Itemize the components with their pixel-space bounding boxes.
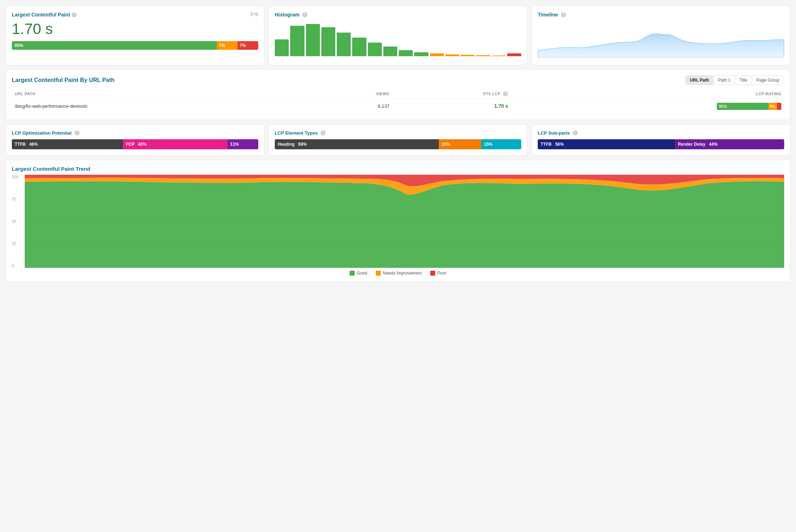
legend-label-poor: Poor: [437, 271, 446, 276]
subparts-title: LCP Sub-parts: [538, 130, 570, 136]
hist-bar-6: [368, 43, 382, 56]
hist-bar-4: [337, 33, 351, 56]
middle-row: LCP Optimization Potential ? TTFB 46% FC…: [6, 124, 790, 155]
table-row: /blog/fix-web-performance-devtools 6,137…: [12, 99, 784, 113]
elements-help-icon[interactable]: ?: [321, 130, 326, 135]
rating-mini-bar: 91% 6%: [717, 103, 781, 110]
lcp-elements-card: LCP Element Types ? Heading 69% 16% 15%: [269, 124, 527, 155]
timeline-card: Timeline ?: [532, 6, 790, 65]
lcp-value-cell: 1.70 s: [392, 99, 511, 113]
url-section-title: Largest Contentful Paint By URL Path: [12, 77, 115, 83]
tab-title[interactable]: Title: [735, 76, 752, 84]
lcp-help-icon[interactable]: ?: [72, 12, 77, 17]
histogram-bars: [275, 22, 521, 58]
histogram-title: Histogram: [275, 12, 299, 18]
opt-seg-ttfb: TTFB 46%: [12, 139, 123, 149]
hist-bar-2: [306, 24, 320, 56]
url-section-header: Largest Contentful Paint By URL Path URL…: [12, 76, 784, 85]
dashboard: Largest Contentful Paint ? P75 1.70 s 85…: [6, 6, 790, 282]
legend-label-needs: Needs Improvement: [383, 271, 422, 276]
histogram-help-icon[interactable]: ?: [302, 12, 307, 17]
opt-bar: TTFB 46% FCP 43% 11%: [12, 139, 258, 149]
hist-bar-3: [321, 27, 335, 56]
bar-good: 85%: [12, 41, 217, 50]
lcp-green-value: 1.70 s: [494, 103, 508, 109]
lcp-rating-bar: 85% 7% 7%: [12, 41, 258, 50]
elements-bar: Heading 69% 16% 15%: [275, 139, 521, 149]
subparts-bar: TTFB 56% Render Delay 44%: [538, 139, 784, 149]
top-row: Largest Contentful Paint ? P75 1.70 s 85…: [6, 6, 790, 65]
tab-page-group[interactable]: Page Group: [752, 76, 784, 84]
y-100: 100: [12, 175, 23, 179]
opt-title: LCP Optimization Potential: [12, 130, 72, 136]
lcp-subparts-card: LCP Sub-parts ? TTFB 56% Render Delay 44…: [532, 124, 790, 155]
tab-path1[interactable]: Path 1: [714, 76, 735, 84]
timeline-title: Timeline: [538, 12, 558, 18]
y-25: 25: [12, 241, 23, 246]
lcp-optimization-card: LCP Optimization Potential ? TTFB 46% FC…: [6, 124, 264, 155]
y-0: 0: [12, 263, 23, 268]
tab-group: URL Path Path 1 Title Page Group: [685, 76, 784, 85]
hist-bar-12: [461, 55, 475, 56]
hist-bar-14: [492, 55, 506, 56]
hist-bar-1: [290, 26, 304, 56]
hist-bar-10: [430, 53, 444, 56]
opt-seg-other: 11%: [227, 139, 258, 149]
opt-help-icon[interactable]: ?: [75, 130, 80, 135]
histogram-card: Histogram ?: [269, 6, 527, 65]
trend-legend: Good Needs Improvement Poor: [12, 271, 784, 276]
elem-seg-heading: Heading 69%: [275, 139, 439, 149]
url-path-cell: /blog/fix-web-performance-devtools: [12, 99, 317, 113]
p75-lcp-help-icon[interactable]: ?: [503, 91, 508, 96]
trend-svg: 18 Aug 21 Aug 24 Aug 27 Aug 30 Aug 2 Sep…: [25, 175, 784, 268]
subparts-help-icon[interactable]: ?: [573, 130, 578, 135]
timeline-svg: [538, 22, 784, 58]
url-table-body: /blog/fix-web-performance-devtools 6,137…: [12, 99, 784, 113]
lcp-p75-badge: P75: [251, 12, 258, 17]
lcp-title: Largest Contentful Paint: [12, 12, 70, 18]
legend-dot-good: [350, 271, 355, 276]
y-50: 50: [12, 219, 23, 223]
url-table-header-row: URL PATH VIEWS P75 LCP ? LCP RATING: [12, 89, 784, 99]
lcp-card-header: Largest Contentful Paint ? P75: [12, 12, 258, 18]
opt-seg-fcp: FCP 43%: [123, 139, 227, 149]
url-table: URL PATH VIEWS P75 LCP ? LCP RATING /blo…: [12, 89, 784, 114]
col-url-path: URL PATH: [12, 89, 317, 99]
legend-good: Good: [350, 271, 367, 276]
hist-bar-5: [352, 38, 366, 56]
rm-good: 91%: [717, 103, 768, 110]
legend-needs: Needs Improvement: [376, 271, 422, 276]
elem-seg-orange: 16%: [439, 139, 481, 149]
rating-cell: 91% 6%: [511, 99, 784, 113]
bar-needs: 7%: [217, 41, 238, 50]
timeline-help-icon[interactable]: ?: [561, 12, 566, 17]
legend-poor: Poor: [430, 271, 446, 276]
legend-dot-poor: [430, 271, 435, 276]
elements-title: LCP Element Types: [275, 130, 318, 136]
legend-label-good: Good: [357, 271, 367, 276]
lcp-value: 1.70 s: [12, 20, 258, 38]
views-cell: 6,137: [317, 99, 392, 113]
bar-poor: 7%: [238, 41, 258, 50]
url-table-head: URL PATH VIEWS P75 LCP ? LCP RATING: [12, 89, 784, 99]
hist-bar-11: [445, 54, 459, 56]
rm-poor: [777, 103, 781, 110]
subpart-seg-ttfb: TTFB 56%: [538, 139, 675, 149]
elem-seg-cyan: 15%: [481, 139, 521, 149]
tab-url-path[interactable]: URL Path: [686, 76, 714, 84]
hist-bar-0: [275, 39, 289, 56]
lcp-card: Largest Contentful Paint ? P75 1.70 s 85…: [6, 6, 264, 65]
trend-section: Largest Contentful Paint Trend 100 75 50…: [6, 160, 790, 282]
hist-bar-7: [383, 47, 397, 56]
trend-title: Largest Contentful Paint Trend: [12, 166, 784, 172]
col-views: VIEWS: [317, 89, 392, 99]
hist-bar-13: [476, 55, 490, 56]
col-lcp-rating: LCP RATING: [511, 89, 784, 99]
hist-bar-9: [414, 52, 428, 56]
hist-bar-8: [399, 50, 413, 56]
hist-bar-15: [507, 53, 521, 56]
col-p75-lcp: P75 LCP ?: [392, 89, 511, 99]
trend-chart-wrap: 100 75 50 25 0: [12, 175, 784, 268]
legend-dot-needs: [376, 271, 381, 276]
y-axis-labels: 100 75 50 25 0: [12, 175, 23, 268]
